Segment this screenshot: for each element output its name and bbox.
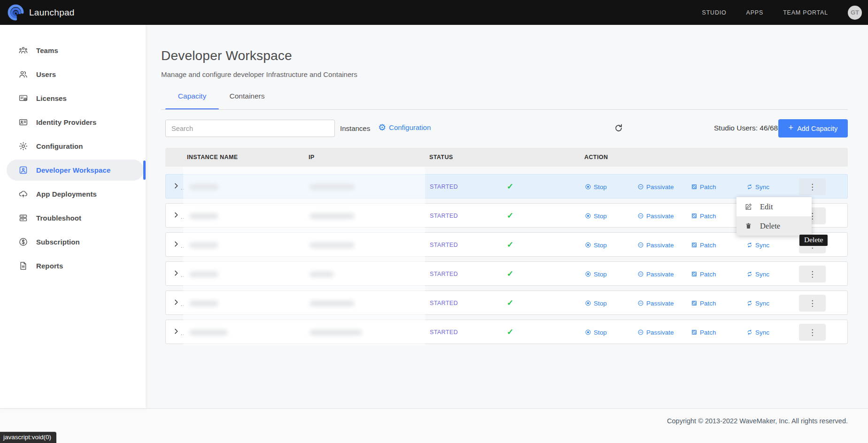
users-icon [18,69,28,79]
action-label: Stop [594,329,607,336]
table-row[interactable]: .. STARTED ✓ StopPassivatePatchSync ⋮ [165,232,848,257]
expand-chevron-icon[interactable] [172,240,181,249]
sync-icon [746,242,753,248]
row-menu-button[interactable]: ⋮ [799,324,826,341]
sidebar-item-users[interactable]: Users [0,62,146,86]
action-label: Sync [755,183,769,191]
sync-icon [746,300,753,306]
sidebar-item-subscription[interactable]: Subscription [0,230,146,254]
action-passivate[interactable]: Passivate [637,183,674,191]
action-passivate[interactable]: Passivate [637,213,674,220]
table-header: INSTANCE NAME IP STATUS ACTION [165,148,848,167]
table-row[interactable]: .. STARTED ✓ StopPassivatePatchSync ⋮ [165,261,848,286]
topnav-studio[interactable]: STUDIO [702,9,727,16]
action-patch[interactable]: Patch [691,329,716,336]
redacted-prefix: .. [181,243,185,249]
ip-redacted [310,184,355,190]
instance-name-redacted [189,329,228,336]
sidebar-item-developer-workspace[interactable]: Developer Workspace [0,158,146,182]
action-label: Passivate [646,183,674,191]
sidebar-item-app-deployments[interactable]: App Deployments [0,182,146,206]
action-stop[interactable]: Stop [585,183,607,191]
sync-icon [746,329,753,336]
patch-icon [691,242,698,248]
action-sync[interactable]: Sync [746,300,769,307]
action-sync[interactable]: Sync [746,329,769,336]
action-sync[interactable]: Sync [746,242,769,249]
topnav-team-portal[interactable]: TEAM PORTAL [783,9,828,16]
action-label: Sync [755,329,769,336]
action-label: Stop [594,271,607,278]
action-passivate[interactable]: Passivate [637,300,674,307]
col-action: ACTION [584,154,608,160]
action-patch[interactable]: Patch [691,242,716,249]
action-passivate[interactable]: Passivate [637,242,674,249]
topnav-apps[interactable]: APPS [746,9,764,16]
menu-item-delete[interactable]: Delete [736,216,812,236]
copyright-text: Copyright © 2013-2022 WaveMaker, Inc. Al… [667,417,848,425]
action-passivate[interactable]: Passivate [637,271,674,278]
wavemaker-logo-icon [8,4,24,21]
action-stop[interactable]: Stop [585,271,607,278]
menu-item-edit[interactable]: Edit [736,197,812,216]
table-row[interactable]: .. STARTED ✓ StopPassivatePatchSync ⋮ [165,174,848,199]
sidebar-item-teams[interactable]: Teams [0,38,146,62]
add-capacity-label: Add Capacity [797,125,837,132]
action-sync[interactable]: Sync [746,271,769,278]
sidebar-item-licenses[interactable]: Licenses [0,86,146,110]
add-capacity-button[interactable]: + Add Capacity [778,119,848,137]
table-row[interactable]: .. STARTED ✓ StopPassivatePatchSync ⋮ [165,290,848,315]
search-input[interactable] [165,120,335,137]
row-menu-button[interactable]: ⋮ [799,178,826,195]
action-patch[interactable]: Patch [691,271,716,278]
col-status: STATUS [429,154,453,160]
passivate-icon [637,213,644,219]
sidebar-item-troubleshoot[interactable]: Troubleshoot [0,206,146,230]
tab-containers[interactable]: Containers [219,92,275,110]
patch-icon [691,213,698,219]
sync-icon [746,183,753,190]
stop-icon [585,242,591,248]
action-passivate[interactable]: Passivate [637,329,674,336]
launchpad-app: Launchpad STUDIO APPS TEAM PORTAL GT Tea… [0,0,868,443]
row-menu-button[interactable]: ⋮ [799,266,826,283]
expand-chevron-icon[interactable] [172,298,181,307]
brand-name: Launchpad [29,8,75,18]
status-badge: STARTED [430,213,458,219]
sync-icon [746,271,753,277]
expand-chevron-icon[interactable] [172,328,181,336]
plus-icon: + [789,123,794,133]
action-stop[interactable]: Stop [585,213,607,220]
action-stop[interactable]: Stop [585,300,607,307]
action-label: Patch [700,300,716,307]
expand-chevron-icon[interactable] [172,182,181,191]
expand-chevron-icon[interactable] [172,269,181,278]
sidebar-item-reports[interactable]: Reports [0,254,146,278]
action-stop[interactable]: Stop [585,242,607,249]
col-ip: IP [309,154,315,160]
action-sync[interactable]: Sync [746,183,769,191]
studio-users-count: Studio Users: 46/68 [714,124,778,132]
teams-icon [18,46,28,55]
action-stop[interactable]: Stop [585,329,607,336]
expand-chevron-icon[interactable] [172,211,181,220]
action-patch[interactable]: Patch [691,300,716,307]
action-patch[interactable]: Patch [691,213,716,220]
status-badge: STARTED [430,242,458,248]
sidebar-item-configuration[interactable]: Configuration [0,134,146,158]
brand[interactable]: Launchpad [0,4,75,21]
action-label: Patch [700,242,716,249]
sidebar-item-identity-providers[interactable]: Identity Providers [0,110,146,134]
redacted-prefix: .. [181,301,185,307]
health-check-icon: ✓ [507,182,513,191]
action-patch[interactable]: Patch [691,183,716,191]
tab-capacity[interactable]: Capacity [165,92,219,110]
user-avatar[interactable]: GT [848,6,862,20]
status-badge: STARTED [430,329,458,336]
refresh-icon[interactable] [613,123,625,134]
row-menu-button[interactable]: ⋮ [799,295,826,312]
configuration-link[interactable]: ⚙ Configuration [378,123,431,132]
action-label: Patch [700,271,716,278]
table-row[interactable]: .. STARTED ✓ StopPassivatePatchSync ⋮ [165,320,848,344]
stop-icon [585,300,591,306]
